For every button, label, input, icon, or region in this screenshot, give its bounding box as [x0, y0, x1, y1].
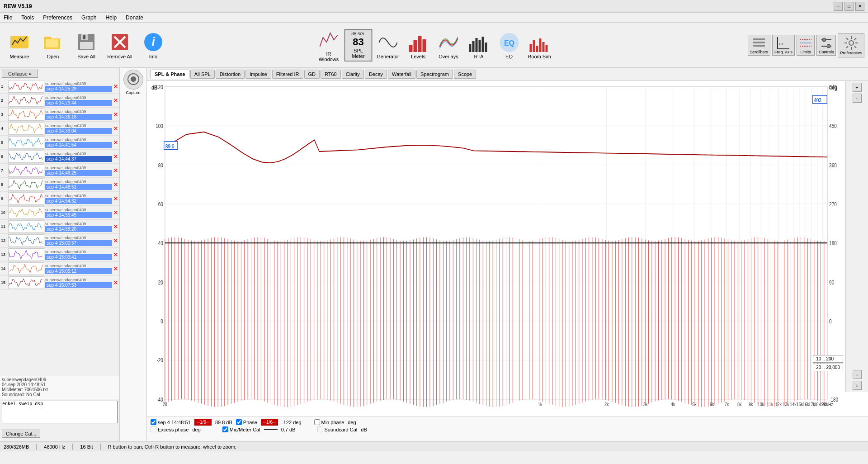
zoom-out-button[interactable]: - — [853, 94, 862, 103]
measurement-item[interactable]: 14 supersweindagen0409 sep 4 15:05:12 ✕ — [0, 262, 119, 276]
menu-preferences[interactable]: Preferences — [41, 14, 74, 22]
zoom-in-button[interactable]: + — [853, 83, 862, 92]
item-close-button[interactable]: ✕ — [113, 139, 118, 146]
item-close-button[interactable]: ✕ — [113, 209, 118, 216]
measurement-item[interactable]: 8 supersweindagen0409 sep 4 14:48:51 ✕ — [0, 178, 119, 192]
measurement-item[interactable]: 5 supersweindagen0409 sep 4 14:41:54 ✕ — [0, 136, 119, 150]
scrollbars-button[interactable]: Scrollbars — [748, 35, 770, 56]
chart-container[interactable]: + - ↔ ↕ 120100806040200-20-40dB540450360… — [147, 81, 868, 417]
measurement-item[interactable]: 11 supersweindagen0409 sep 4 14:58:20 ✕ — [0, 220, 119, 234]
tab-scope[interactable]: Scope — [454, 70, 476, 79]
item-timestamp[interactable]: sep 4 14:25:29 — [45, 86, 112, 92]
measurement-item[interactable]: 2 supersweindagen0409 sep 4 14:29:44 ✕ — [0, 94, 119, 108]
item-timestamp[interactable]: sep 4 15:05:12 — [45, 268, 112, 274]
room-sim-button[interactable]: Room Sim — [525, 29, 554, 61]
tab-clarity[interactable]: Clarity — [342, 70, 364, 79]
tab-spl-phase[interactable]: SPL & Phase — [151, 70, 189, 79]
rta-button[interactable]: RTA — [464, 29, 494, 61]
open-button[interactable]: Open — [37, 25, 69, 65]
mic-meter-checkbox[interactable] — [222, 426, 228, 432]
item-timestamp[interactable]: sep 4 14:39:04 — [45, 128, 112, 134]
capture-button[interactable] — [123, 70, 143, 90]
zoom-reset-button[interactable]: ↔ — [853, 370, 862, 379]
ir-windows-button[interactable]: IR Windows — [314, 27, 344, 64]
item-close-button[interactable]: ✕ — [113, 265, 118, 272]
close-button[interactable]: ✕ — [855, 2, 864, 11]
item-close-button[interactable]: ✕ — [113, 125, 118, 132]
item-timestamp[interactable]: sep 4 15:07:53 — [45, 282, 112, 288]
tab-rt60[interactable]: RT60 — [321, 70, 341, 79]
item-close-button[interactable]: ✕ — [113, 195, 118, 202]
notes-input[interactable] — [2, 401, 118, 423]
min-phase-checkbox[interactable] — [314, 419, 320, 425]
item-close-button[interactable]: ✕ — [113, 97, 118, 104]
controls-button[interactable]: Controls — [816, 35, 836, 56]
levels-button[interactable]: Levels — [404, 29, 433, 61]
collapse-button[interactable]: Collapse « — [2, 70, 38, 78]
eq-button[interactable]: EQ EQ — [495, 29, 524, 61]
measure-button[interactable]: Measure — [4, 25, 35, 65]
measurement-item[interactable]: 6 supersweindagen0409 sep 4 14:44:37 ✕ — [0, 150, 119, 164]
menu-donate[interactable]: Donate — [124, 14, 145, 22]
item-timestamp[interactable]: sep 4 15:00:57 — [45, 240, 112, 246]
item-timestamp[interactable]: sep 4 14:55:45 — [45, 212, 112, 218]
measurement-item[interactable]: 1 supersweindagen0409 sep 4 14:25:29 ✕ — [0, 80, 119, 94]
range-box-2[interactable]: 20 .. 20,000 — [813, 364, 843, 371]
tab-all-spl[interactable]: All SPL — [190, 70, 215, 79]
phase-checkbox[interactable] — [236, 419, 242, 425]
measurement-item[interactable]: 13 supersweindagen0409 sep 4 15:03:41 ✕ — [0, 248, 119, 262]
preferences-button[interactable]: Preferences — [838, 33, 864, 57]
item-timestamp[interactable]: sep 4 14:46:25 — [45, 170, 112, 176]
measurement-checkbox[interactable] — [151, 419, 156, 425]
menu-file[interactable]: File — [2, 14, 14, 22]
tab-decay[interactable]: Decay — [365, 70, 387, 79]
limits-button[interactable]: Limits — [797, 35, 815, 56]
save-all-button[interactable]: Save All — [71, 25, 102, 65]
menu-tools[interactable]: Tools — [19, 14, 36, 22]
range-box-1[interactable]: 10 .. 200 — [813, 355, 843, 363]
measurement-item[interactable]: 4 supersweindagen0409 sep 4 14:39:04 ✕ — [0, 122, 119, 136]
measurement-item[interactable]: 7 supersweindagen0409 sep 4 14:46:25 ✕ — [0, 164, 119, 178]
item-timestamp[interactable]: sep 4 14:48:51 — [45, 184, 112, 190]
measurement-item[interactable]: 12 supersweindagen0409 sep 4 15:00:57 ✕ — [0, 234, 119, 248]
spl-meter-button[interactable]: dB SPL 83 SPL Meter — [344, 29, 373, 62]
info-button[interactable]: i Info — [137, 25, 169, 65]
tab-gd[interactable]: GD — [304, 70, 320, 79]
tab-impulse[interactable]: Impulse — [245, 70, 271, 79]
remove-all-button[interactable]: Remove All — [104, 25, 136, 65]
main-chart[interactable]: 120100806040200-20-40dB54045036027018090… — [147, 81, 845, 417]
item-close-button[interactable]: ✕ — [113, 237, 118, 244]
minimize-button[interactable]: ─ — [834, 2, 843, 11]
measurement-item[interactable]: 9 supersweindagen0409 sep 4 14:54:32 ✕ — [0, 192, 119, 206]
tab-spectrogram[interactable]: Spectrogram — [416, 70, 453, 79]
item-timestamp[interactable]: sep 4 14:54:32 — [45, 198, 112, 204]
excess-phase-checkbox[interactable] — [151, 426, 156, 432]
item-close-button[interactable]: ✕ — [113, 83, 118, 90]
tab-distortion[interactable]: Distortion — [216, 70, 245, 79]
item-close-button[interactable]: ✕ — [113, 251, 118, 258]
soundcard-checkbox[interactable] — [317, 426, 323, 432]
measurement-item[interactable]: 10 supersweindagen0409 sep 4 14:55:45 ✕ — [0, 206, 119, 220]
menu-graph[interactable]: Graph — [80, 14, 98, 22]
item-close-button[interactable]: ✕ — [113, 111, 118, 118]
menu-help[interactable]: Help — [104, 14, 118, 22]
tab-filtered-ir[interactable]: Filtered IR — [272, 70, 303, 79]
overlays-button[interactable]: Overlays — [434, 29, 463, 61]
measurement-item[interactable]: 15 supersweindagen0409 sep 4 15:07:53 ✕ — [0, 276, 119, 290]
item-close-button[interactable]: ✕ — [113, 181, 118, 188]
freq-axis-button[interactable]: Hz Freq. Axis — [772, 35, 795, 56]
item-timestamp[interactable]: sep 4 14:36:18 — [45, 114, 112, 120]
item-timestamp[interactable]: sep 4 15:03:41 — [45, 254, 112, 260]
generator-button[interactable]: Generator — [373, 29, 403, 61]
zoom-fit-button[interactable]: ↕ — [853, 381, 862, 390]
item-timestamp[interactable]: sep 4 14:44:37 — [45, 156, 112, 162]
item-close-button[interactable]: ✕ — [113, 153, 118, 160]
tab-waterfall[interactable]: Waterfall — [388, 70, 415, 79]
item-close-button[interactable]: ✕ — [113, 223, 118, 230]
item-timestamp[interactable]: sep 4 14:29:44 — [45, 100, 112, 106]
item-timestamp[interactable]: sep 4 14:58:20 — [45, 226, 112, 232]
item-close-button[interactable]: ✕ — [113, 167, 118, 174]
change-cal-button[interactable]: Change Cal... — [2, 430, 40, 438]
maximize-button[interactable]: □ — [844, 2, 854, 11]
item-timestamp[interactable]: sep 4 14:41:54 — [45, 142, 112, 148]
